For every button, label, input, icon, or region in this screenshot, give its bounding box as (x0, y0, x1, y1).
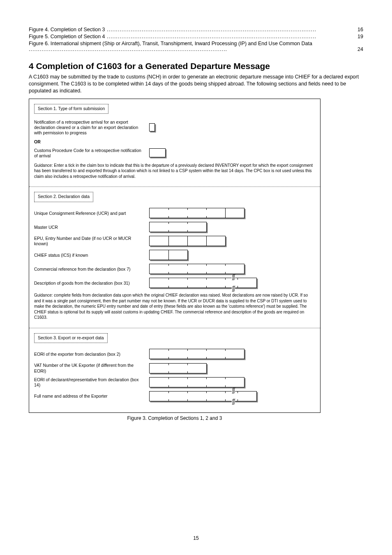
toc-item: Figure 4. Completion of Section 3 ......… (29, 27, 363, 32)
field-label: Notification of a retrospective arrival … (34, 120, 149, 136)
section-label: Section 1. Type of form submission (34, 104, 108, 114)
toc-dots: ........................................… (105, 34, 316, 39)
toc-dots: ........................................… (29, 46, 227, 52)
field-label: Customs Procedure Code for a retrospecti… (34, 148, 149, 159)
section-label: Section 2. Declaration data (34, 192, 93, 202)
break-mark-icon: ʃʃ (232, 389, 235, 392)
toc-text: Figure 5. Completion of Section 4 (29, 34, 105, 39)
field-label: Description of goods from the declaratio… (34, 281, 149, 286)
field-label: Unique Consignment Reference (UCR) and p… (34, 211, 149, 216)
page-number: 15 (0, 535, 392, 541)
checkbox[interactable] (149, 123, 155, 131)
figure-box: Section 1. Type of form submission Notif… (29, 99, 321, 413)
vat-number-input[interactable] (149, 363, 207, 373)
section-guidance: Guidance: Enter a tick in the claim box … (34, 163, 315, 180)
form-section-1: Section 1. Type of form submission Notif… (29, 99, 320, 187)
section-label: Section 3. Export or re-export data (34, 333, 108, 343)
section-guidance: Guidance: complete fields from declarati… (34, 292, 315, 320)
exporter-address-input[interactable]: ʃʃ ʃʃ (149, 391, 257, 401)
goods-description-input[interactable]: ʃʃ ʃʃ (149, 278, 257, 288)
field-label: Full name and address of the Exporter (34, 394, 149, 399)
toc-text: Figure 4. Completion of Section 3 (29, 27, 105, 32)
intro-paragraph: A C1603 may be submitted by the trade to… (29, 74, 363, 94)
field-label: Master UCR (34, 225, 149, 230)
field-label: EPU, Entry Number and Date (if no UCR or… (34, 236, 149, 246)
form-section-2: Section 2. Declaration data Unique Consi… (29, 187, 320, 327)
toc-fragment: Figure 4. Completion of Section 3 ......… (29, 27, 363, 52)
cpc-input[interactable] (149, 148, 166, 157)
commercial-ref-input[interactable] (149, 264, 244, 274)
toc-dots: ........................................… (105, 27, 316, 32)
mucr-input[interactable] (149, 222, 207, 232)
epu-entry-date-input[interactable] (149, 236, 226, 246)
section-heading: 4 Completion of C1603 for a Generated De… (29, 61, 363, 71)
field-label: Commercial reference from the declaratio… (34, 267, 149, 272)
toc-item: Figure 6. International shipment (Ship o… (29, 41, 363, 52)
ics-input[interactable] (149, 250, 188, 260)
field-label: EORI of the exporter from declaration (b… (34, 352, 149, 357)
toc-page: 16 (357, 27, 363, 32)
figure-caption: Figure 3. Completion of Sections 1, 2 an… (29, 415, 321, 421)
declarant-eori-input[interactable] (149, 377, 244, 387)
exporter-eori-input[interactable] (149, 349, 244, 359)
field-label: CHIEF status (ICS) if known (34, 253, 149, 258)
field-label: EORI of declarant/representative from de… (34, 377, 149, 388)
field-label: VAT Number of the UK Exporter (if differ… (34, 363, 149, 373)
toc-item: Figure 5. Completion of Section 4 ......… (29, 34, 363, 39)
break-mark-icon: ʃʃ (232, 276, 235, 279)
form-section-3: Section 3. Export or re-export data EORI… (29, 328, 320, 412)
break-mark-icon: ʃʃ (232, 287, 235, 290)
or-label: OR (34, 139, 41, 144)
toc-page: 24 (357, 46, 363, 52)
ucr-input[interactable] (149, 208, 244, 218)
toc-page: 19 (357, 34, 363, 39)
break-mark-icon: ʃʃ (232, 400, 235, 403)
toc-text: Figure 6. International shipment (Ship o… (29, 41, 312, 46)
